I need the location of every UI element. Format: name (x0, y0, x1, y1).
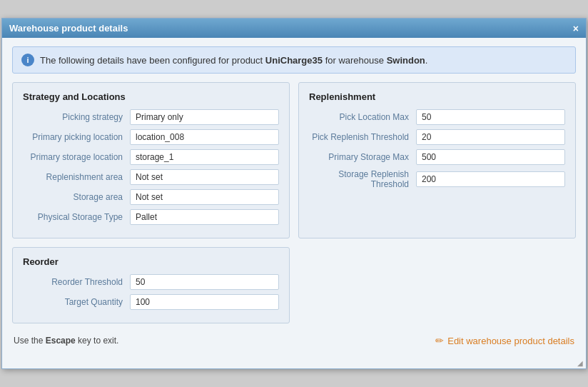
field-row: Primary picking location location_008 (23, 129, 279, 145)
escape-hint: Use the Escape key to exit. (14, 336, 118, 346)
field-row: Reorder Threshold 50 (23, 274, 279, 290)
strategy-panel-title: Strategy and Locations (23, 91, 279, 102)
bottom-panels: Reorder Reorder Threshold 50 Target Quan… (12, 247, 576, 323)
reorder-panel: Reorder Reorder Threshold 50 Target Quan… (12, 247, 290, 323)
main-panels: Strategy and Locations Picking strategy … (12, 82, 576, 238)
field-row: Pick Replenish Threshold 20 (309, 129, 565, 145)
field-label: Pick Location Max (309, 112, 416, 122)
replenishment-panel: Replenishment Pick Location Max 50 Pick … (298, 82, 576, 238)
field-row: Target Quantity 100 (23, 294, 279, 310)
field-row: Storage Replenish Threshold 200 (309, 169, 565, 189)
field-row: Primary Storage Max 500 (309, 149, 565, 165)
strategy-panel: Strategy and Locations Picking strategy … (12, 82, 290, 238)
field-value: 100 (130, 294, 279, 310)
field-value: 20 (416, 129, 565, 145)
info-text: The following details have been configur… (40, 55, 427, 66)
field-value: Not set (130, 189, 279, 205)
field-value: Pallet (130, 209, 279, 225)
field-value: 500 (416, 149, 565, 165)
field-value: storage_1 (130, 149, 279, 165)
field-row: Primary storage location storage_1 (23, 149, 279, 165)
field-value: 50 (416, 109, 565, 125)
info-banner: i The following details have been config… (12, 46, 576, 74)
field-value: 50 (130, 274, 279, 290)
resize-corner-icon: ◢ (577, 359, 583, 367)
resize-handle: ◢ (2, 358, 586, 368)
field-row: Replenishment area Not set (23, 169, 279, 185)
reorder-panel-title: Reorder (23, 256, 279, 267)
warehouse-product-dialog: Warehouse product details × i The follow… (1, 18, 587, 369)
replenishment-panel-title: Replenishment (309, 91, 565, 102)
empty-space (298, 247, 576, 323)
field-row: Pick Location Max 50 (309, 109, 565, 125)
field-label: Primary picking location (23, 132, 130, 142)
info-icon: i (21, 54, 34, 66)
field-row: Storage area Not set (23, 189, 279, 205)
edit-icon: ✏ (435, 335, 444, 346)
field-value: Primary only (130, 109, 279, 125)
field-label: Storage area (23, 192, 130, 202)
dialog-title-bar: Warehouse product details × (2, 19, 586, 38)
field-label: Physical Storage Type (23, 212, 130, 222)
field-label: Replenishment area (23, 172, 130, 182)
edit-link-label: Edit warehouse product details (447, 336, 574, 346)
field-label: Primary storage location (23, 152, 130, 162)
dialog-body: i The following details have been config… (2, 38, 586, 358)
field-value: Not set (130, 169, 279, 185)
field-value: 200 (416, 171, 565, 187)
close-button[interactable]: × (573, 24, 579, 34)
field-label: Picking strategy (23, 112, 130, 122)
bottom-bar: Use the Escape key to exit. ✏ Edit wareh… (12, 331, 576, 349)
edit-link[interactable]: ✏ Edit warehouse product details (435, 335, 574, 346)
field-label: Storage Replenish Threshold (309, 169, 416, 189)
field-label: Target Quantity (23, 297, 130, 307)
field-label: Reorder Threshold (23, 277, 130, 287)
dialog-title: Warehouse product details (9, 23, 128, 34)
field-label: Primary Storage Max (309, 152, 416, 162)
field-row: Picking strategy Primary only (23, 109, 279, 125)
primary-picking-location-value: location_008 (130, 129, 279, 145)
field-label: Pick Replenish Threshold (309, 132, 416, 142)
field-row: Physical Storage Type Pallet (23, 209, 279, 225)
